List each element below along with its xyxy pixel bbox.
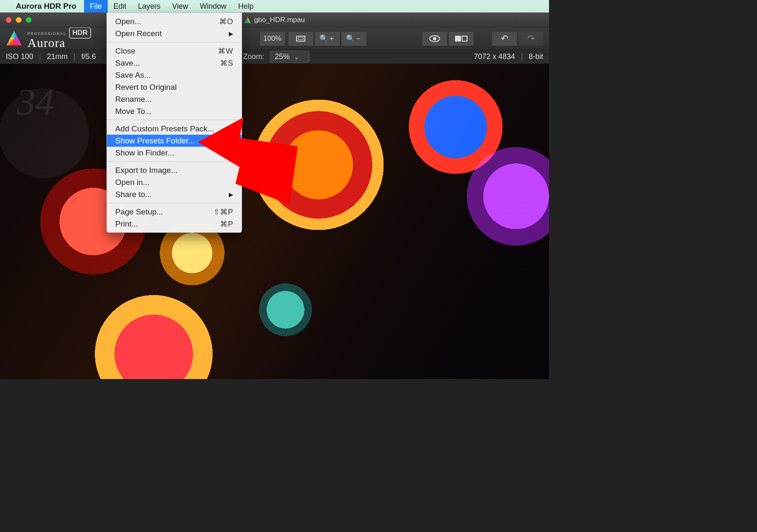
zoom-out-icon: 🔍－	[346, 34, 362, 43]
submenu-arrow-icon: ▶	[229, 30, 233, 37]
menu-item-label: Revert to Original	[115, 83, 177, 92]
menu-view[interactable]: View	[166, 0, 194, 12]
menu-item-shortcut: ⇧⌘P	[213, 207, 233, 217]
logo-hdr-badge: HDR	[69, 27, 91, 39]
menu-separator	[107, 120, 242, 120]
menu-item-revert-to-original[interactable]: Revert to Original	[107, 81, 242, 93]
preview-group	[422, 31, 474, 46]
zoom-out-button[interactable]: 🔍－	[341, 31, 367, 46]
menu-item-label: Save As...	[115, 71, 151, 80]
menu-item-show-presets-folder[interactable]: Show Presets Folder...	[107, 135, 242, 147]
menu-item-shortcut: ⌘S	[220, 59, 233, 68]
undo-icon: ↶	[501, 33, 508, 44]
document-icon	[244, 17, 251, 23]
watermark-number: 34	[17, 81, 54, 123]
menu-item-move-to[interactable]: Move To...	[107, 105, 242, 117]
menu-item-share-to[interactable]: Share to...▶	[107, 188, 242, 200]
menu-item-label: Close	[115, 47, 136, 56]
logo-professional: PROFESSIONAL	[27, 32, 67, 36]
submenu-arrow-icon: ▶	[229, 191, 233, 198]
menu-item-label: Move To...	[115, 107, 151, 116]
info-dimensions: 7072 x 4834	[474, 52, 515, 61]
zoom-select[interactable]: 25%	[270, 51, 309, 63]
menu-item-add-custom-presets-pack[interactable]: Add Custom Presets Pack...	[107, 123, 242, 135]
history-group: ↶ ↷	[492, 31, 544, 46]
menu-item-rename[interactable]: Rename...	[107, 93, 242, 105]
zoom-in-icon: 🔍＋	[319, 34, 335, 43]
menu-item-label: Rename...	[115, 95, 152, 104]
close-button[interactable]	[6, 17, 12, 23]
menu-item-shortcut: ⌘O	[219, 17, 233, 26]
menu-separator	[107, 203, 242, 203]
zoom-in-button[interactable]: 🔍＋	[314, 31, 340, 46]
fit-screen-button[interactable]	[288, 31, 314, 46]
menu-item-shortcut: ⌘P	[220, 219, 233, 229]
menu-item-open-recent[interactable]: Open Recent▶	[107, 27, 242, 39]
info-bar: ISO 100 | 21mm | f/5.6 Zoom: 25% 7072 x …	[0, 50, 549, 64]
menu-item-label: Add Custom Presets Pack...	[115, 124, 214, 133]
fit-zoom-group: 🔍＋ 🔍－	[288, 31, 367, 46]
image-canvas[interactable]: 34	[0, 64, 549, 379]
eye-icon	[429, 35, 440, 42]
menu-separator	[107, 42, 242, 42]
document-title: gbo_HDR.mpau	[244, 16, 305, 24]
fit-screen-icon	[296, 36, 305, 42]
compare-icon	[455, 36, 468, 42]
menu-item-label: Open in...	[115, 178, 149, 187]
app-name[interactable]: Aurora HDR Pro	[16, 2, 77, 11]
mac-menubar: Aurora HDR Pro File Edit Layers View Win…	[0, 0, 549, 12]
menu-item-label: Export to Image...	[115, 166, 178, 175]
menu-item-label: Page Setup...	[115, 207, 163, 217]
app-window: gbo_HDR.mpau PROFESSIONAL Aurora HDR 100…	[0, 12, 549, 379]
menu-item-save[interactable]: Save...⌘S	[107, 57, 242, 69]
menu-item-save-as[interactable]: Save As...	[107, 69, 242, 81]
compare-button[interactable]	[448, 31, 474, 46]
menu-layers[interactable]: Layers	[132, 0, 166, 12]
minimize-button[interactable]	[16, 17, 22, 23]
menu-item-print[interactable]: Print...⌘P	[107, 218, 242, 230]
menu-item-open-in[interactable]: Open in...	[107, 176, 242, 188]
file-menu-dropdown: Open...⌘OOpen Recent▶Close⌘WSave...⌘SSav…	[106, 12, 242, 233]
preview-toggle-button[interactable]	[422, 31, 448, 46]
menu-window[interactable]: Window	[194, 0, 232, 12]
titlebar: gbo_HDR.mpau	[0, 12, 549, 27]
menu-item-label: Save...	[115, 59, 140, 68]
menu-item-shortcut: ⌘W	[218, 47, 233, 56]
main-toolbar: PROFESSIONAL Aurora HDR 100% 🔍＋ 🔍－	[0, 27, 549, 50]
info-focal: 21mm	[47, 52, 68, 61]
document-name: gbo_HDR.mpau	[254, 16, 305, 24]
window-controls	[0, 17, 32, 23]
maximize-button[interactable]	[26, 17, 32, 23]
menu-separator	[107, 161, 242, 162]
menu-item-label: Open Recent	[115, 29, 162, 38]
menu-edit[interactable]: Edit	[108, 0, 132, 12]
menu-item-show-in-finder[interactable]: Show in Finder...	[107, 147, 242, 159]
zoom-label: Zoom:	[243, 52, 264, 61]
logo-mark-icon	[5, 30, 23, 48]
menu-item-open[interactable]: Open...⌘O	[107, 15, 242, 27]
menu-item-label: Show Presets Folder...	[115, 136, 195, 145]
info-bitdepth: 8-bit	[529, 52, 543, 61]
menu-item-label: Open...	[115, 17, 141, 26]
app-logo: PROFESSIONAL Aurora HDR	[5, 27, 91, 50]
zoom-value: 25%	[275, 52, 289, 61]
menu-file[interactable]: File	[84, 0, 108, 12]
info-iso: ISO 100	[6, 52, 33, 61]
redo-icon: ↷	[527, 33, 535, 44]
menu-help[interactable]: Help	[233, 0, 260, 12]
redo-button[interactable]: ↷	[518, 31, 544, 46]
undo-button[interactable]: ↶	[492, 31, 517, 46]
menu-item-export-to-image[interactable]: Export to Image...	[107, 164, 242, 176]
zoom-100-label: 100%	[263, 34, 281, 43]
menu-item-label: Show in Finder...	[115, 148, 174, 158]
zoom-100-button[interactable]: 100%	[260, 31, 285, 46]
menu-item-close[interactable]: Close⌘W	[107, 45, 242, 57]
info-aperture: f/5.6	[81, 52, 96, 61]
logo-name: Aurora	[27, 36, 65, 50]
menu-item-page-setup[interactable]: Page Setup...⇧⌘P	[107, 206, 242, 218]
menu-item-label: Print...	[115, 219, 138, 229]
menu-item-label: Share to...	[115, 190, 152, 199]
